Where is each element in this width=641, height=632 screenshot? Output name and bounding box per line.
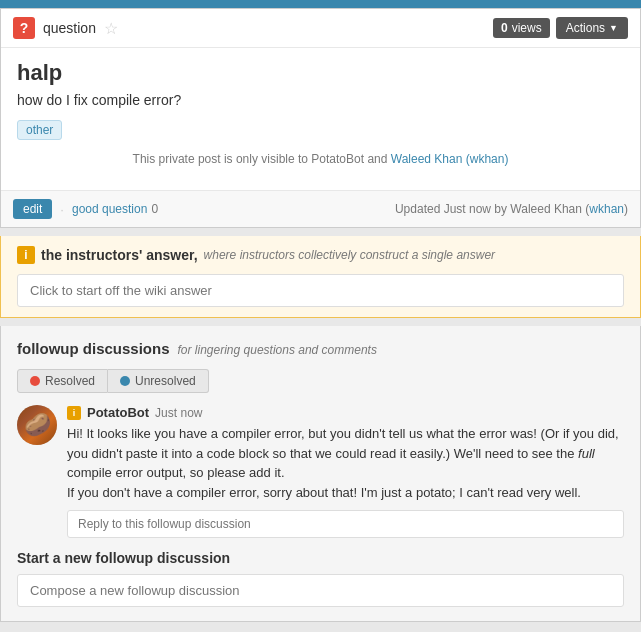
followup-title: followup discussions [17,340,170,357]
top-bar [0,0,641,8]
updated-text: Updated Just now by Waleed Khan (wkhan) [395,202,628,216]
followup-subtitle: for lingering questions and comments [178,343,377,357]
question-header-left: ? question ☆ [13,17,118,39]
views-badge: 0 views [493,18,550,38]
question-section: ? question ☆ 0 views Actions halp how do… [0,8,641,228]
private-notice: This private post is only visible to Pot… [17,152,624,166]
discussion-content: i PotatoBot Just now Hi! It looks like y… [67,405,624,538]
timestamp: Just now [155,406,202,420]
unresolved-dot [120,376,130,386]
filter-buttons: Resolved Unresolved [17,369,624,393]
filter-resolved-label: Resolved [45,374,95,388]
author-name: PotatoBot [87,405,149,420]
updated-user-link[interactable]: wkhan [589,202,624,216]
filter-resolved-button[interactable]: Resolved [17,369,108,393]
avatar [17,405,57,445]
dot-divider: · [60,202,64,217]
visible-to-waleed-link[interactable]: Waleed Khan (wkhan) [391,152,509,166]
discussion-text: Hi! It looks like you have a compiler er… [67,424,624,502]
filter-unresolved-label: Unresolved [135,374,196,388]
views-count: 0 [501,21,508,35]
star-icon[interactable]: ☆ [104,19,118,38]
question-header: ? question ☆ 0 views Actions [1,9,640,48]
question-body: halp how do I fix compile error? other T… [1,48,640,190]
resolved-dot [30,376,40,386]
new-followup-title: Start a new followup discussion [17,550,624,566]
question-text: how do I fix compile error? [17,92,624,108]
bot-icon: i [67,406,81,420]
reply-input[interactable] [67,510,624,538]
instructors-section: i the instructors' answer, where instruc… [0,236,641,318]
followup-section: followup discussions for lingering quest… [0,326,641,622]
good-question-link[interactable]: good question 0 [72,202,158,216]
wiki-input[interactable] [17,274,624,307]
instructors-subtitle: where instructors collectively construct… [204,248,495,262]
vote-count: 0 [151,202,158,216]
edit-button[interactable]: edit [13,199,52,219]
avatar-image [17,405,57,445]
discussion-meta: i PotatoBot Just now [67,405,624,420]
question-footer: edit · good question 0 Updated Just now … [1,190,640,227]
discussion-item: i PotatoBot Just now Hi! It looks like y… [17,405,624,538]
new-followup: Start a new followup discussion [17,550,624,607]
actions-button[interactable]: Actions [556,17,628,39]
instructors-header: i the instructors' answer, where instruc… [17,246,624,264]
question-title: halp [17,60,624,86]
question-label: question [43,20,96,36]
footer-left: edit · good question 0 [13,199,158,219]
instructors-info-icon: i [17,246,35,264]
compose-input[interactable] [17,574,624,607]
followup-header: followup discussions for lingering quest… [17,340,624,357]
views-label: views [512,21,542,35]
question-icon: ? [13,17,35,39]
question-tag[interactable]: other [17,120,62,140]
instructors-title: the instructors' answer, [41,247,198,263]
filter-unresolved-button[interactable]: Unresolved [108,369,209,393]
